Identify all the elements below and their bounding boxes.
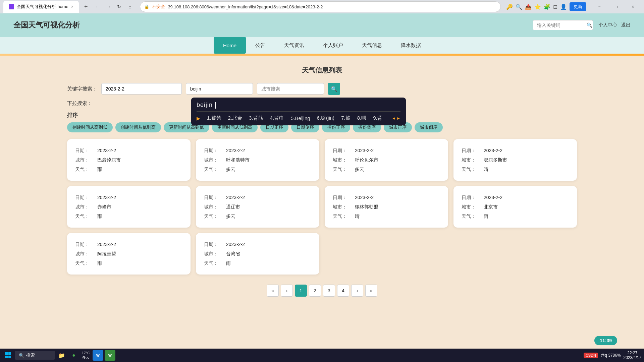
date-value: 2023-2-2 — [97, 146, 116, 155]
nav-item-weather-info[interactable]: 天气信息 — [353, 37, 391, 54]
sort-city-desc[interactable]: 城市倒序 — [415, 122, 443, 132]
header-links: 个人中心 退出 — [598, 22, 631, 28]
tab-title: 全国天气可视化分析-home — [17, 4, 68, 10]
weather-card-7: 日期：2023-2-2 城市：锡林郭勒盟 天气：晴 — [325, 186, 448, 228]
ime-candidate-5[interactable]: 5.Beijing — [291, 115, 310, 121]
keyword-search-input[interactable] — [101, 83, 182, 95]
pagination: « ‹ 1 2 3 4 › » — [67, 285, 577, 297]
taskbar-app1[interactable]: W — [93, 350, 103, 361]
header-search-icon[interactable]: 🔍 — [587, 22, 592, 28]
window-controls: − □ × — [592, 2, 641, 12]
nav-item-announcement[interactable]: 公告 — [246, 37, 275, 54]
search-button[interactable]: 🔍 — [328, 83, 340, 95]
browser-controls: ← → ↻ ⌂ — [93, 2, 135, 11]
share-icon[interactable]: 📤 — [525, 4, 532, 10]
weather-card-3: 日期：2023-2-2 城市：呼伦贝尔市 天气：多云 — [325, 139, 448, 181]
ime-typed-text: beijin — [197, 102, 213, 109]
ime-dropdown: beijin ▶ 1.被禁 2.北金 3.背筋 4.背巾 5.Beijing 6… — [191, 98, 406, 125]
weather-card-5: 日期：2023-2-2 城市：赤峰市 天气：雨 — [67, 186, 191, 228]
weather-card-6: 日期：2023-2-2 城市：通辽市 天气：多云 — [196, 186, 319, 228]
pagination-page-3[interactable]: 3 — [323, 285, 335, 297]
browser-right-icons: 🔑 🔍 📤 ⭐ 🧩 ⊡ 👤 — [506, 4, 567, 10]
browser-tab[interactable]: 全国天气可视化分析-home × — [3, 1, 79, 13]
profile-icon[interactable]: 👤 — [560, 4, 567, 10]
svg-rect-2 — [5, 356, 8, 358]
address-bar[interactable]: 🔒 不安全 39.108.108.206:8006/weather_inform… — [140, 1, 501, 12]
refresh-button[interactable]: ↻ — [114, 2, 124, 11]
bookmark-icon[interactable]: ⭐ — [534, 4, 541, 10]
close-button[interactable]: × — [625, 2, 641, 12]
province-search-input[interactable] — [186, 83, 253, 95]
ime-play-icon: ▶ — [197, 116, 200, 121]
taskbar-clock: 22:27 2023/4/17 — [624, 351, 641, 360]
weather-card-8: 日期：2023-2-2 城市：北京市 天气：雨 — [453, 186, 577, 228]
pagination-page-4[interactable]: 4 — [337, 285, 349, 297]
nav-item-precipitation[interactable]: 降水数据 — [391, 37, 430, 54]
weather-card-4: 日期：2023-2-2 城市：鄂尔多斯市 天气：晴 — [453, 139, 577, 181]
nav-item-personal-account[interactable]: 个人账户 — [314, 37, 353, 54]
weather-card-1: 日期：2023-2-2 城市：巴彦淖尔市 天气：雨 — [67, 139, 191, 181]
ime-candidate-3[interactable]: 3.背筋 — [249, 115, 263, 121]
taskbar-app2[interactable]: W — [105, 350, 115, 361]
header-search-box[interactable]: 🔍 — [533, 20, 593, 30]
ime-prev-arrow[interactable]: ◄ — [392, 116, 396, 121]
header-right: 🔍 个人中心 退出 — [533, 20, 631, 30]
app-title: 全国天气可视化分析 — [13, 20, 80, 30]
extensions-icon[interactable]: 🧩 — [544, 4, 550, 10]
tab-favicon — [9, 4, 14, 9]
taskbar-right: CSDN @q 3786% 22:27 2023/4/17 — [584, 351, 641, 360]
svg-rect-0 — [5, 352, 8, 355]
ime-candidate-4[interactable]: 4.背巾 — [270, 115, 284, 121]
browser-chrome: 全国天气可视化分析-home × + ← → ↻ ⌂ 🔒 不安全 39.108.… — [0, 0, 644, 13]
update-button[interactable]: 更新 — [570, 2, 586, 11]
home-button[interactable]: ⌂ — [125, 2, 135, 11]
ime-candidate-1[interactable]: 1.被禁 — [207, 115, 221, 121]
ime-candidate-6[interactable]: 6.赔(jin) — [317, 115, 335, 121]
weather-label: 天气： — [75, 165, 89, 174]
security-icon: 🔒 — [144, 4, 149, 9]
ime-candidate-9[interactable]: 9.背 — [373, 115, 382, 121]
header-search-input[interactable] — [537, 22, 584, 28]
ime-candidate-2[interactable]: 2.北金 — [228, 115, 243, 121]
browser-search-icon[interactable]: 🔍 — [516, 4, 522, 10]
nav-item-weather-news[interactable]: 天气资讯 — [275, 37, 314, 54]
pagination-prev[interactable]: ‹ — [281, 285, 293, 297]
url-display: 39.108.108.206:8006/weather_information/… — [168, 4, 496, 9]
view-icon[interactable]: ⊡ — [553, 4, 557, 10]
dropdown-search-label: 下拉搜索： — [67, 100, 92, 107]
pagination-page-1[interactable]: 1 — [295, 285, 307, 297]
ime-nav-arrows: ◄ ► — [392, 116, 400, 121]
taskbar-chrome-icon[interactable]: ● — [68, 350, 79, 361]
logout-link[interactable]: 退出 — [621, 22, 631, 28]
ime-candidate-8[interactable]: 8.呗 — [357, 115, 367, 121]
pagination-next[interactable]: › — [351, 285, 363, 297]
taskbar-file-icon[interactable]: 📁 — [56, 350, 67, 361]
minimize-button[interactable]: − — [592, 2, 607, 12]
forward-button[interactable]: → — [104, 2, 113, 11]
password-icon[interactable]: 🔑 — [506, 4, 513, 10]
personal-center-link[interactable]: 个人中心 — [598, 22, 617, 28]
pagination-first[interactable]: « — [267, 285, 279, 297]
taskbar-temp: 17°C — [82, 351, 90, 355]
csdn-badge: CSDN — [584, 353, 598, 358]
date-label: 日期： — [75, 146, 89, 155]
city-label: 城市： — [75, 155, 89, 165]
back-button[interactable]: ← — [93, 2, 102, 11]
ime-next-arrow[interactable]: ► — [396, 116, 400, 121]
pagination-page-2[interactable]: 2 — [309, 285, 321, 297]
taskbar-search[interactable]: 🔍 搜索 — [15, 351, 55, 360]
taskbar-time: 22:27 — [624, 351, 641, 355]
city-value: 巴彦淖尔市 — [97, 155, 121, 165]
new-tab-button[interactable]: + — [82, 2, 91, 12]
pagination-last[interactable]: » — [365, 285, 377, 297]
tab-close-button[interactable]: × — [71, 4, 73, 9]
city-search-input[interactable] — [257, 83, 324, 95]
maximize-button[interactable]: □ — [608, 2, 624, 12]
sort-create-asc[interactable]: 创建时间从低到高 — [115, 122, 161, 132]
nav-item-home[interactable]: Home — [214, 37, 246, 54]
ime-candidate-7[interactable]: 7.被 — [341, 115, 351, 121]
svg-rect-1 — [8, 352, 11, 355]
sort-create-desc[interactable]: 创建时间从高到低 — [67, 122, 113, 132]
start-button[interactable] — [3, 350, 13, 361]
ime-candidates: ▶ 1.被禁 2.北金 3.背筋 4.背巾 5.Beijing 6.赔(jin)… — [197, 115, 400, 121]
